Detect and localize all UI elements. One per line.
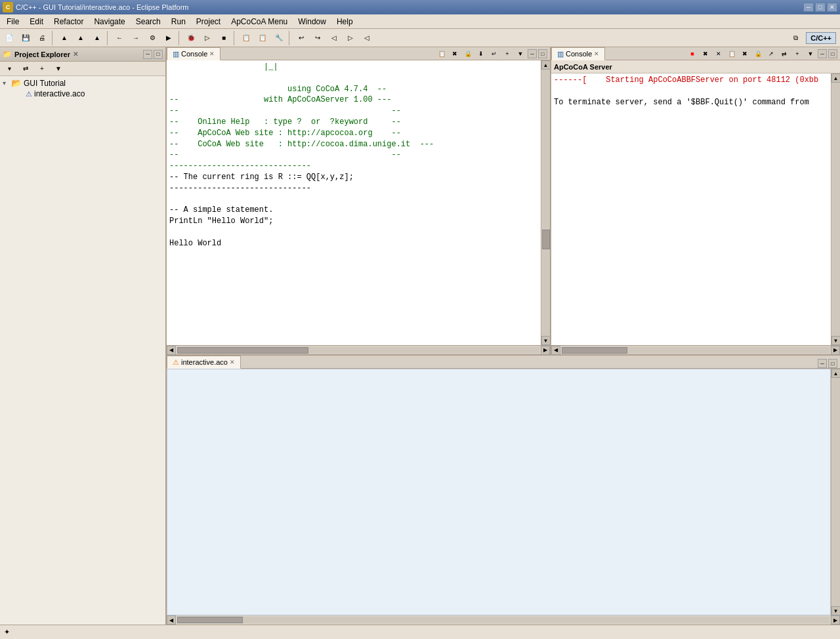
right-console-x-btn[interactable]: ✖ <box>700 48 711 60</box>
back-button[interactable]: ← <box>112 31 127 45</box>
menu-file[interactable]: File <box>1 16 24 28</box>
console-word-wrap-btn[interactable]: ↵ <box>488 48 500 60</box>
menu-search[interactable]: Search <box>131 16 166 28</box>
save-button[interactable]: 💾 <box>18 31 33 45</box>
right-console-hscrollbar[interactable]: ◀ ▶ <box>551 345 840 354</box>
right-console-menu-btn[interactable]: ▼ <box>805 48 816 60</box>
tree-project-root[interactable]: ▾ 📂 GUI Tutorial <box>1 77 164 89</box>
minimize-button[interactable]: ─ <box>803 3 814 12</box>
console-menu-btn[interactable]: ▼ <box>514 48 526 60</box>
menu-run[interactable]: Run <box>166 16 191 28</box>
right-vscroll-up[interactable]: ▲ <box>831 73 841 83</box>
menu-edit[interactable]: Edit <box>24 16 49 28</box>
explorer-menu-btn[interactable]: ▼ <box>51 62 66 76</box>
right-vscroll-track[interactable] <box>832 83 840 336</box>
ext-btn3[interactable]: 🔧 <box>271 31 287 45</box>
left-console-hscrollbar[interactable]: ◀ ▶ <box>167 345 550 354</box>
menu-help[interactable]: Help <box>331 16 358 28</box>
run-ext3-button[interactable]: ▲ <box>89 31 105 45</box>
right-hscroll-thumb[interactable] <box>562 347 627 354</box>
right-console-minimize-btn[interactable]: ─ <box>818 49 827 58</box>
editor-hscroll-right[interactable]: ▶ <box>831 615 840 625</box>
editor-tab[interactable]: ⚠ interactive.aco ✕ <box>167 356 241 369</box>
editor-hscrollbar[interactable]: ◀ ▶ <box>167 615 840 625</box>
vscroll-track[interactable] <box>542 70 550 336</box>
hscroll-left[interactable]: ◀ <box>167 346 176 355</box>
right-console-x2-btn[interactable]: ✕ <box>713 48 724 60</box>
editor-hscroll-left[interactable]: ◀ <box>167 615 176 625</box>
explorer-new-btn[interactable]: + <box>34 62 50 76</box>
perspective-open-btn[interactable]: ⧉ <box>788 31 803 45</box>
vscroll-thumb[interactable] <box>542 230 550 249</box>
cpp-perspective-btn[interactable]: C/C++ <box>806 32 836 44</box>
right-console-tab-close[interactable]: ✕ <box>594 51 599 57</box>
explorer-minimize-btn[interactable]: ─ <box>143 50 152 59</box>
run-btn[interactable]: ▶ <box>161 31 177 45</box>
right-console-maximize-btn[interactable]: □ <box>828 49 837 58</box>
console-new-btn[interactable]: + <box>501 48 513 60</box>
right-console-tab[interactable]: ▥ Console ✕ <box>551 47 605 60</box>
explorer-close-icon[interactable]: ✕ <box>73 51 78 58</box>
explorer-link-btn[interactable]: ⇄ <box>18 62 33 76</box>
editor-hscroll-thumb[interactable] <box>177 617 243 623</box>
hscroll-track[interactable] <box>177 347 539 354</box>
editor-vscroll-down[interactable]: ▼ <box>831 606 841 615</box>
ext-btn2[interactable]: 📋 <box>255 31 270 45</box>
editor-content[interactable] <box>167 369 831 615</box>
console-scroll-end-btn[interactable]: ⬇ <box>475 48 487 60</box>
console-scroll-lock-btn[interactable]: 🔒 <box>462 48 474 60</box>
ext-btn1[interactable]: 📋 <box>238 31 254 45</box>
vscroll-down[interactable]: ▼ <box>541 336 551 345</box>
console-copy-btn[interactable]: 📋 <box>436 48 448 60</box>
nav-fwd-btn[interactable]: ▷ <box>343 31 358 45</box>
window-controls[interactable]: ─ □ ✕ <box>803 3 837 12</box>
undo-btn[interactable]: ↩ <box>293 31 309 45</box>
vscroll-up[interactable]: ▲ <box>541 60 551 70</box>
print-button[interactable]: 🖨 <box>34 31 50 45</box>
tree-file-item[interactable]: ⚠ interactive.aco <box>16 89 164 99</box>
left-console-tab-close[interactable]: ✕ <box>209 51 215 57</box>
editor-tab-close[interactable]: ✕ <box>230 359 235 365</box>
right-console-clear-btn[interactable]: ✖ <box>739 48 751 60</box>
editor-hscroll-track[interactable] <box>177 617 830 623</box>
right-console-out-btn[interactable]: ↗ <box>765 48 777 60</box>
console-clear-btn[interactable]: ✖ <box>449 48 461 60</box>
editor-maximize-btn[interactable]: □ <box>828 359 837 368</box>
right-hscroll-right[interactable]: ▶ <box>831 346 840 355</box>
right-console-stop-btn[interactable]: ■ <box>686 48 698 60</box>
editor-minimize-btn[interactable]: ─ <box>818 359 827 368</box>
left-console-tab[interactable]: ▥ Console ✕ <box>167 47 220 60</box>
console-maximize-btn[interactable]: □ <box>538 49 547 58</box>
right-console-link-btn[interactable]: ⇄ <box>778 48 790 60</box>
forward-button[interactable]: → <box>128 31 144 45</box>
build-btn[interactable]: ⚙ <box>144 31 160 45</box>
run-ext-button[interactable]: ▲ <box>56 31 72 45</box>
editor-vscrollbar[interactable]: ▲ ▼ <box>831 369 840 615</box>
explorer-collapse-btn[interactable]: ▾ <box>1 62 17 76</box>
last-edit-btn[interactable]: ◁ <box>359 31 375 45</box>
menu-window[interactable]: Window <box>293 16 331 28</box>
right-console-copy-btn[interactable]: 📋 <box>726 48 738 60</box>
hscroll-right[interactable]: ▶ <box>541 346 550 355</box>
right-hscroll-left[interactable]: ◀ <box>551 346 560 355</box>
console-minimize-btn[interactable]: ─ <box>528 49 537 58</box>
right-hscroll-track[interactable] <box>562 347 830 354</box>
menu-refactor[interactable]: Refactor <box>49 16 89 28</box>
stop-btn[interactable]: ■ <box>216 31 232 45</box>
nav-back-btn[interactable]: ◁ <box>326 31 342 45</box>
menu-project[interactable]: Project <box>191 16 226 28</box>
explorer-maximize-btn[interactable]: □ <box>154 50 163 59</box>
right-console-vscrollbar[interactable]: ▲ ▼ <box>831 73 840 345</box>
close-button[interactable]: ✕ <box>827 3 837 12</box>
run2-btn[interactable]: ▷ <box>200 31 215 45</box>
editor-vscroll-up[interactable]: ▲ <box>831 369 841 378</box>
debug-btn[interactable]: 🐞 <box>183 31 199 45</box>
menu-apcocoa[interactable]: ApCoCoA Menu <box>226 16 293 28</box>
new-button[interactable]: 📄 <box>1 31 17 45</box>
left-console-content[interactable]: |_| using CoCoA 4.7.4 -- -- with ApCoCoA… <box>167 60 541 345</box>
menu-navigate[interactable]: Navigate <box>89 16 130 28</box>
editor-vscroll-track[interactable] <box>832 378 840 606</box>
left-console-vscrollbar[interactable]: ▲ ▼ <box>541 60 550 345</box>
redo-btn[interactable]: ↪ <box>310 31 326 45</box>
run-ext2-button[interactable]: ▲ <box>73 31 89 45</box>
